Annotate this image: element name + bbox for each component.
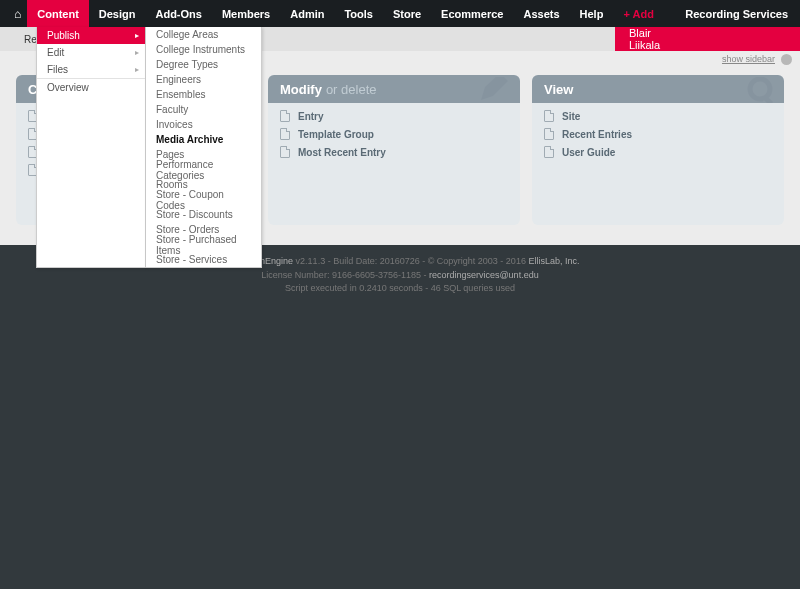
modify-template-group[interactable]: Template Group [270, 125, 518, 143]
nav-content[interactable]: Content [27, 0, 89, 27]
content-menu: Publish▸ Edit▸ Files▸ Overview College A… [36, 27, 262, 268]
footer-ellislab-link[interactable]: EllisLab, Inc. [528, 256, 579, 266]
nav-tools[interactable]: Tools [334, 0, 383, 27]
nav-addons[interactable]: Add-Ons [145, 0, 211, 27]
footer-script-info: Script executed in 0.2410 seconds - 46 S… [0, 282, 800, 296]
nav-admin[interactable]: Admin [280, 0, 334, 27]
view-user-guide[interactable]: User Guide [534, 143, 782, 161]
panel-modify-title: Modify [280, 82, 322, 97]
submenu-item[interactable]: Invoices [146, 117, 261, 132]
document-icon [544, 128, 554, 140]
submenu-item[interactable]: Ensembles [146, 87, 261, 102]
magnify-icon [746, 77, 776, 103]
submenu-item[interactable]: College Instruments [146, 42, 261, 57]
panel-view-title: View [544, 82, 573, 97]
view-user-guide-label: User Guide [562, 147, 615, 158]
panel-view: View Site Recent Entries User Guide [532, 75, 784, 225]
brand-name[interactable]: Recording Services [685, 8, 792, 20]
panel-view-header: View [532, 75, 784, 103]
menu-overview[interactable]: Overview [37, 78, 145, 95]
document-icon [544, 110, 554, 122]
user-box: Blair Liikala Log-out [615, 27, 800, 51]
view-recent-entries[interactable]: Recent Entries [534, 125, 782, 143]
footer-build: v2.11.3 - Build Date: 20160726 - © Copyr… [293, 256, 528, 266]
menu-edit[interactable]: Edit▸ [37, 44, 145, 61]
menu-publish-label: Publish [47, 30, 80, 41]
user-name[interactable]: Blair Liikala [629, 27, 660, 51]
sidebar-toggle-icon[interactable] [781, 54, 792, 65]
submenu-item[interactable]: College Areas [146, 27, 261, 42]
menu-edit-label: Edit [47, 47, 64, 58]
pencil-icon [478, 77, 512, 103]
modify-entry[interactable]: Entry [270, 107, 518, 125]
menu-overview-label: Overview [47, 82, 89, 93]
menu-publish[interactable]: Publish▸ [37, 27, 145, 44]
submenu-item[interactable]: Performance Categories [146, 162, 261, 177]
show-sidebar-link[interactable]: show sidebar [722, 54, 775, 64]
modify-most-recent-entry[interactable]: Most Recent Entry [270, 143, 518, 161]
publish-submenu: College AreasCollege InstrumentsDegree T… [146, 27, 262, 268]
panel-modify: Modify or delete Entry Template Group Mo… [268, 75, 520, 225]
view-site[interactable]: Site [534, 107, 782, 125]
view-site-label: Site [562, 111, 580, 122]
footer-email-link[interactable]: recordingservices@unt.edu [429, 270, 539, 280]
submenu-item[interactable]: Store - Purchased Items [146, 237, 261, 252]
home-icon[interactable]: ⌂ [8, 7, 27, 21]
menu-files-label: Files [47, 64, 68, 75]
document-icon [280, 128, 290, 140]
view-recent-entries-label: Recent Entries [562, 129, 632, 140]
nav-ecommerce[interactable]: Ecommerce [431, 0, 513, 27]
nav-help[interactable]: Help [570, 0, 614, 27]
document-icon [544, 146, 554, 158]
submenu-item[interactable]: Media Archive [146, 132, 261, 147]
footer-license: License Number: 9166-6605-3756-1185 - [261, 270, 429, 280]
content-menu-primary: Publish▸ Edit▸ Files▸ Overview [36, 27, 146, 268]
document-icon [280, 146, 290, 158]
nav-design[interactable]: Design [89, 0, 146, 27]
document-icon [280, 110, 290, 122]
nav-store[interactable]: Store [383, 0, 431, 27]
nav-add[interactable]: + Add [613, 0, 663, 27]
submenu-item[interactable]: Degree Types [146, 57, 261, 72]
menu-files[interactable]: Files▸ [37, 61, 145, 78]
nav-assets[interactable]: Assets [513, 0, 569, 27]
panel-modify-subtitle: or delete [326, 82, 377, 97]
chevron-right-icon: ▸ [135, 65, 139, 74]
chevron-right-icon: ▸ [135, 48, 139, 57]
nav-members[interactable]: Members [212, 0, 280, 27]
modify-template-group-label: Template Group [298, 129, 374, 140]
top-nav: ⌂ Content Design Add-Ons Members Admin T… [0, 0, 800, 27]
submenu-item[interactable]: Store - Coupon Codes [146, 192, 261, 207]
panel-modify-header: Modify or delete [268, 75, 520, 103]
chevron-right-icon: ▸ [135, 31, 139, 40]
modify-most-recent-label: Most Recent Entry [298, 147, 386, 158]
submenu-item[interactable]: Faculty [146, 102, 261, 117]
modify-entry-label: Entry [298, 111, 324, 122]
submenu-item[interactable]: Engineers [146, 72, 261, 87]
